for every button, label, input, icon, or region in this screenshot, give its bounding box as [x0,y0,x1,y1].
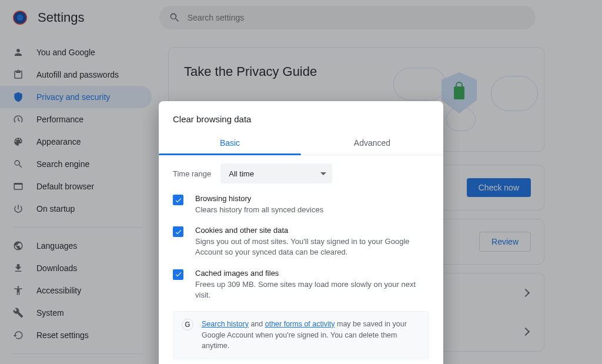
option-desc: Signs you out of most sites. You'll stay… [195,236,429,258]
check-icon [175,271,182,278]
clear-browsing-data-dialog: Clear browsing data Basic Advanced Time … [159,101,443,364]
option-title: Browsing history [195,194,323,203]
option-desc: Clears history from all synced devices [195,205,323,215]
dialog-title: Clear browsing data [159,101,443,132]
checkbox-browsing-history[interactable] [173,195,183,205]
check-icon [175,196,182,204]
check-icon [175,228,182,236]
option-title: Cached images and files [195,269,429,278]
option-title: Cookies and other site data [195,226,429,235]
time-range-select[interactable]: All time [220,163,332,183]
google-account-info: G Search history and other forms of acti… [173,311,429,359]
other-activity-link[interactable]: other forms of activity [265,320,335,328]
search-history-link[interactable]: Search history [202,320,249,328]
tab-basic[interactable]: Basic [159,132,301,155]
checkbox-cookies[interactable] [173,226,183,237]
tab-advanced[interactable]: Advanced [301,132,443,155]
time-range-label: Time range [173,169,211,178]
checkbox-cached[interactable] [173,269,183,280]
chevron-down-icon [320,172,326,175]
google-icon: G [182,319,193,330]
option-desc: Frees up 309 MB. Some sites may load mor… [195,279,429,300]
time-range-value: All time [229,169,254,178]
